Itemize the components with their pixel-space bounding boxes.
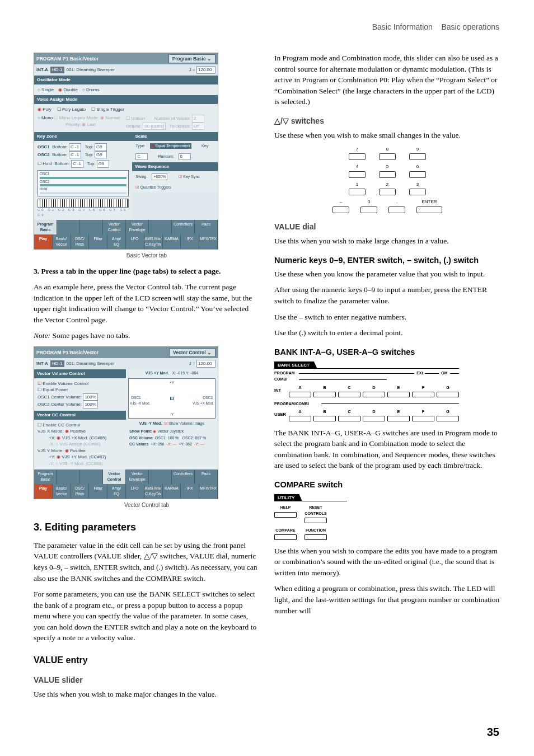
chk-show-volume-image[interactable]: Show Volume Image	[164, 421, 204, 425]
caption-fig1: Basic Vector tab	[34, 252, 260, 260]
bank-title: BANK SELECT	[274, 361, 317, 369]
chk-enable-cc[interactable]: Enable CC Control	[38, 422, 80, 428]
caption-fig2: Vector Control tab	[34, 501, 260, 510]
lcd1-prog-name: 001: Dreaming Sweeper	[67, 67, 115, 73]
ltab-play[interactable]: Play	[34, 234, 53, 249]
chk-quantize-triggers[interactable]: Quantize Triggers	[135, 185, 171, 190]
tab-program-basic[interactable]: Program Basic	[34, 220, 57, 234]
chk-mono-legato: Mono Legato	[54, 115, 85, 120]
ltab-mfx[interactable]: MFX/TFX	[199, 234, 218, 249]
tab-controllers[interactable]: Controllers	[172, 220, 195, 234]
h-value-slider: VALUE slider	[34, 674, 260, 685]
header-left: Basic Information	[372, 22, 433, 31]
ltab2-mfx[interactable]: MFX/TFX	[199, 484, 218, 499]
radio-mono[interactable]: Mono	[38, 115, 53, 120]
ltab-ams[interactable]: AMS Mix/ C.KeyTrk	[144, 234, 163, 249]
key-0	[360, 206, 377, 213]
lcd1-scale-head: Scale	[132, 132, 218, 141]
key-enter	[416, 206, 442, 213]
lcd2-title-left: PROGRAM P1:Basic/Vector	[36, 349, 99, 356]
chk-enable-vol[interactable]: Enable Volume Control	[38, 381, 88, 386]
header-right: Basic operations	[441, 22, 499, 31]
tab2-program-basic[interactable]: Program Basic	[34, 469, 57, 484]
lcd2-tempo: J = 120.00	[189, 360, 216, 368]
lcd1-bank: INT-A	[36, 67, 48, 73]
popup-vjs-my: VJS -Y Mod.	[55, 461, 85, 466]
popup-vjs-py[interactable]: VJS +Y Mod.	[57, 454, 88, 459]
chk-poly-legato[interactable]: Poly Legato	[57, 106, 86, 113]
lcd2-lower-tabs: Play Basic/ Vector OSC/ Pitch Filter Amp…	[34, 484, 218, 499]
tab2-pads[interactable]: Pads	[195, 469, 218, 484]
lcd1-keyzone-head: Key Zone	[34, 132, 132, 141]
ltab2-karma[interactable]: KARMA	[163, 484, 181, 499]
popup-vjs-px[interactable]: VJS +X Mod.	[57, 435, 88, 440]
ltab-lfo[interactable]: LFO	[126, 234, 144, 249]
running-header: Basic Information Basic operations	[372, 21, 499, 32]
radio-vjsx-positive[interactable]: Positive	[65, 429, 86, 434]
lcd2-title-right-dropdown[interactable]: Vector Control	[169, 348, 216, 357]
h-value-entry: VALUE entry	[34, 654, 260, 666]
ltab-ifx[interactable]: IFX	[181, 234, 199, 249]
lcd1-bank-tag: HD-1	[50, 67, 64, 73]
lcd2-upper-tabs: Program Basic Vector Control Vector Enve…	[34, 469, 218, 484]
p-switches: Use these when you wish to make small ch…	[274, 130, 500, 141]
chk-equal-power[interactable]: Equal Power	[38, 387, 68, 392]
tab2-vector-control[interactable]: Vector Control	[103, 469, 126, 484]
ltab2-ifx[interactable]: IFX	[181, 484, 199, 499]
ltab-basic-vector[interactable]: Basic/ Vector	[53, 234, 71, 249]
scale-type-popup[interactable]: Equal Temperament	[150, 143, 191, 149]
vector-joystick-display: +Y OSC1 OSC2 VJS -X Mod. VJS +X Mod. -Y	[128, 378, 216, 419]
tab-vector-control[interactable]: Vector Control	[103, 220, 126, 234]
h-triangle-switches: △/▽ switches	[274, 115, 500, 126]
ltab2-play[interactable]: Play	[34, 484, 53, 499]
p-edit2: For some parameters, you can use the BAN…	[34, 589, 260, 644]
radio-vjsy-positive[interactable]: Positive	[65, 448, 86, 453]
ltab-karma[interactable]: KARMA	[163, 234, 181, 249]
p-num4: Use the (.) switch to enter a decimal po…	[274, 327, 500, 339]
chk-single-trigger[interactable]: Single Trigger	[91, 106, 124, 113]
ltab2-basic[interactable]: Basic/ Vector	[53, 484, 71, 499]
tab-pads[interactable]: Pads	[195, 220, 218, 234]
bank-select-diagram: BANK SELECT PROGRAM EXi GM COMBI INT A B…	[274, 361, 459, 422]
ltab2-filter[interactable]: Filter	[89, 484, 107, 499]
ltab-filter[interactable]: Filter	[89, 234, 107, 249]
ltab2-ams[interactable]: AMS Mix/ C.KeyTrk	[144, 484, 163, 499]
chk-key-sync[interactable]: Key Sync	[179, 174, 200, 180]
btn-reset-controls	[305, 518, 327, 523]
keyboard-icon	[38, 199, 129, 208]
radio-drums[interactable]: Drums	[82, 87, 100, 93]
ltab-amp-eq[interactable]: Amp/ EQ	[107, 234, 126, 249]
h-editing-parameters: 3. Editing parameters	[34, 520, 260, 534]
radio-double[interactable]: Double	[58, 87, 78, 93]
bank-int-c	[338, 392, 360, 397]
key-1	[349, 189, 366, 195]
key-5	[379, 171, 396, 178]
bank-user-f	[412, 416, 434, 421]
tab-vector-envelope[interactable]: Vector Envelope	[126, 220, 149, 234]
bank-int-b	[313, 392, 336, 397]
chk-hold[interactable]: Hold	[38, 161, 52, 166]
lcd1-title-left: PROGRAM P1:Basic/Vector	[36, 55, 99, 62]
page-number: 35	[487, 724, 499, 740]
key-minus	[332, 206, 349, 213]
radio-poly[interactable]: Poly	[38, 106, 51, 113]
bank-int-d	[363, 392, 385, 397]
key-6	[409, 171, 426, 178]
radio-single[interactable]: Single	[38, 87, 54, 93]
ltab-osc-pitch[interactable]: OSC/ Pitch	[71, 234, 90, 249]
popup-show-point[interactable]: Vector Joystick	[153, 429, 184, 433]
key-dot	[388, 206, 405, 213]
lcd-screenshot-vector-control: PROGRAM P1:Basic/Vector Vector Control I…	[34, 346, 218, 499]
tab2-controllers[interactable]: Controllers	[172, 469, 195, 484]
ltab2-osc[interactable]: OSC/ Pitch	[71, 484, 90, 499]
left-column: PROGRAM P1:Basic/Vector Program Basic IN…	[34, 53, 260, 705]
lcd1-title-right-dropdown[interactable]: Program Basic	[168, 54, 216, 63]
p-top-right: In Program mode and Combination mode, th…	[274, 53, 500, 107]
tab2-vector-envelope[interactable]: Vector Envelope	[126, 469, 149, 484]
ltab2-amp[interactable]: Amp/ EQ	[107, 484, 126, 499]
p-dial: Use this when you wish to make large cha…	[274, 236, 500, 247]
bank-int-g	[437, 392, 459, 397]
p-edit1: The parameter value in the edit cell can…	[34, 540, 260, 584]
ltab2-lfo[interactable]: LFO	[126, 484, 144, 499]
p-value-slider: Use this when you wish to make major cha…	[34, 689, 260, 700]
